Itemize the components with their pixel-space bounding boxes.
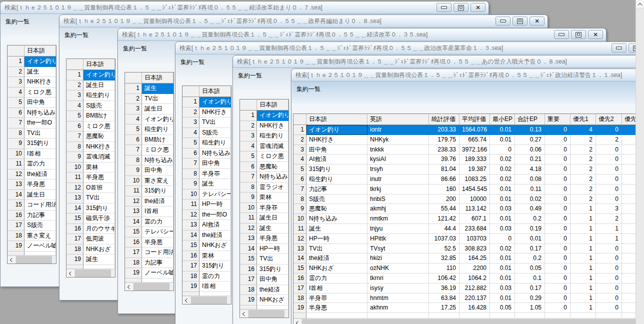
table-cell[interactable]: テレパシー [200,190,231,200]
table-cell[interactable]: iontr [368,125,429,135]
row-number-cell[interactable]: 19 [8,241,24,252]
table-cell[interactable]: the経済 [200,230,231,241]
column-header[interactable]: 合計EP [515,114,545,125]
table-cell[interactable]: 200 [429,194,460,204]
table-cell[interactable]: 113.142 [460,204,490,214]
table-cell[interactable]: 1 [570,234,596,244]
row-number-cell[interactable]: 1 [240,110,257,121]
table-cell[interactable]: tkrnri [368,274,429,284]
table-row[interactable]: 13半身悪 [240,234,288,244]
table-row[interactable]: 11誕生tnjyu44.4233.6840.030.19011 [294,224,644,234]
row-number-cell[interactable]: 15 [294,264,306,274]
table-row[interactable]: 10栗林 [66,162,115,173]
row-number-cell[interactable]: 8 [8,128,24,139]
table-cell[interactable]: S販売 [306,194,368,204]
table-cell[interactable]: 0 [545,214,570,224]
table-cell[interactable]: TV出 [24,128,56,139]
table-cell[interactable]: 0 [545,154,570,164]
table-cell[interactable]: 0 [596,264,622,274]
table-cell[interactable]: BM助け [84,111,115,122]
row-number-cell[interactable]: 2 [125,94,142,104]
table-row[interactable]: 2TV出 [125,94,174,104]
table-row[interactable]: 9誕生 [182,179,231,190]
table-cell[interactable]: 栗林 [200,251,231,262]
table-row[interactable]: 14誕生日 [8,190,56,200]
minimize-button[interactable] [612,44,626,52]
table-row[interactable]: 14霊の力 [125,217,174,228]
table-cell[interactable]: hnmtm [368,294,429,304]
row-number-cell[interactable]: 18 [125,258,142,268]
table-cell[interactable]: 2 [596,135,622,145]
table-cell[interactable]: 0.2 [515,214,545,224]
scroll-left-button[interactable] [240,310,248,318]
table-row[interactable]: 11半身悪 [66,172,115,183]
table-row[interactable]: 8N持ち込み [125,156,174,166]
table-row[interactable]: 3NHK行き [8,77,56,88]
table-cell[interactable]: 0 [545,303,570,313]
row-number-cell[interactable]: 2 [66,80,84,91]
row-number-cell[interactable]: 11 [240,213,257,224]
row-number-cell[interactable]: 11 [125,186,142,196]
table-cell[interactable]: 0.01 [490,184,515,194]
table-row[interactable]: 7田中角 [182,158,231,169]
table-row[interactable]: 13半身悪 [8,180,56,190]
table-cell[interactable]: NHK行き [84,142,115,152]
table-row[interactable]: 12誕生 [240,224,288,234]
table-cell[interactable]: 力記事 [24,210,56,221]
table-cell[interactable]: 半身悪 [306,303,368,313]
table-cell[interactable]: 田中角 [24,98,56,108]
table-cell[interactable]: trsyh [368,164,429,174]
column-header[interactable]: 英語 [368,114,429,125]
table-cell[interactable]: 霊魂消滅 [84,152,115,162]
row-number-cell[interactable]: 17 [125,248,142,258]
table-row[interactable]: 12the経済 [125,196,174,207]
table-cell[interactable]: 0.03 [490,284,515,294]
table-cell[interactable]: 0 [545,135,570,145]
scroll-left-button[interactable] [66,270,75,277]
row-number-cell[interactable]: 12 [240,224,257,234]
table-cell[interactable]: 0.01 [490,254,515,264]
minimize-button[interactable] [554,30,569,39]
table-row[interactable]: 3誕生日 [125,104,174,114]
table-row[interactable]: 14315釣り [66,204,115,214]
table-cell[interactable]: NHKおざ [84,244,115,255]
row-number-cell[interactable]: 3 [66,90,84,101]
table-row[interactable]: 15TV出 [240,254,288,264]
row-number-cell[interactable]: 2 [182,108,200,118]
table-row[interactable]: 18力記事 [125,258,174,268]
table-row[interactable]: 10半身罪 [240,203,288,214]
table-cell[interactable]: 誕生 [84,254,115,265]
table-cell[interactable]: 0 [596,174,622,184]
row-number-cell[interactable]: 12 [182,210,200,220]
close-button[interactable]: ✕ [530,16,544,26]
row-number-cell[interactable]: 13 [240,234,257,244]
table-cell[interactable]: 2 [596,214,622,224]
row-number-cell[interactable]: 6 [240,162,257,172]
table-row[interactable]: 5ミロク悪 [240,152,288,162]
maximize-button[interactable] [571,30,586,39]
row-number-cell[interactable]: 14 [8,190,24,200]
table-cell[interactable]: 重さ変え [24,231,56,242]
row-number-cell[interactable]: 5 [294,164,306,174]
row-number-cell[interactable]: 14 [182,230,200,241]
table-row[interactable]: 16半身悪 [125,238,174,248]
table-cell[interactable]: 0.17 [515,284,545,294]
table-cell[interactable]: TV出 [142,94,174,104]
table-row[interactable]: 16315釣り [240,264,288,275]
table-cell[interactable]: ノーベル嘘 [142,268,174,278]
table-cell[interactable]: 19.387 [460,164,490,174]
table-row[interactable]: 15NHKおざ [182,240,231,251]
table-row[interactable]: 16月のウサギ [66,224,115,234]
table-cell[interactable]: 106.42 [429,274,460,284]
table-row[interactable]: 18重さ変え [8,231,56,242]
scrollbar-thumb[interactable] [134,283,170,290]
row-number-cell[interactable]: 3 [294,145,306,155]
window-titlebar[interactable]: 検索[ｔｈｅ２５１０１９＿＿質量制御再現公表１．５＿＿ｼﾞｪﾄﾞ霊界ﾗｼﾞｵ再現… [292,69,644,82]
table-row[interactable]: 15テレパシー [125,227,174,238]
table-cell[interactable]: 霊ラジオ [257,182,288,193]
table-cell[interactable]: 39.76 [429,154,460,164]
table-row[interactable]: 3田中角tnkkk238.333972.16600.06020 [294,145,644,155]
row-number-cell[interactable]: 13 [182,220,200,230]
scroll-left-button[interactable] [182,296,191,304]
close-button[interactable]: ✕ [588,30,603,39]
